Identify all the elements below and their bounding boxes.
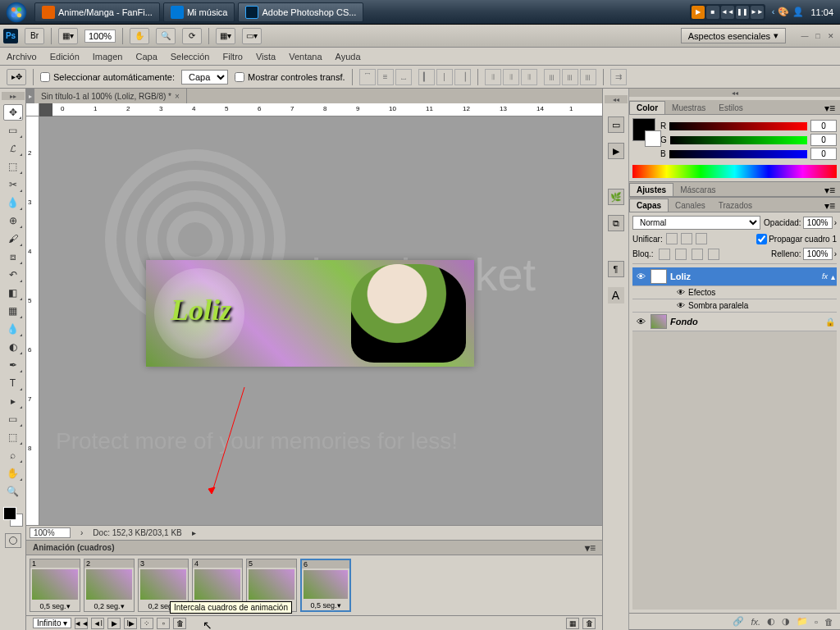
align-hcenter-icon[interactable]: | [436, 69, 453, 85]
tab-adjustments[interactable]: Ajustes [629, 183, 673, 196]
chevron-right-icon[interactable]: ▸ [192, 528, 196, 537]
arrange-documents-button[interactable]: ▦▾ [216, 28, 235, 44]
menu-imagen[interactable]: Imagen [93, 52, 123, 62]
canvas[interactable]: photobucket Loliz Protect more of your m… [39, 116, 602, 525]
eraser-tool[interactable]: ◧ [3, 285, 23, 301]
tray-msn-icon[interactable]: 👤 [792, 7, 804, 17]
chevron-right-icon[interactable]: › [834, 218, 837, 227]
propagate-checkbox[interactable]: Propagar cuadro 1 [756, 234, 837, 244]
document-tab[interactable]: Sin título-1 al 100% (Loliz, RGB/8) *× [34, 89, 187, 103]
tab-styles[interactable]: Estilos [712, 102, 749, 114]
menu-archivo[interactable]: Archivo [7, 52, 37, 62]
panels-collapse[interactable]: ◂◂ [629, 89, 840, 97]
tab-masks[interactable]: Máscaras [673, 184, 722, 196]
layer-fx-icon[interactable]: fx. [751, 617, 760, 627]
tab-paths[interactable]: Trazados [712, 199, 759, 212]
new-layer-icon[interactable]: ▫ [815, 617, 818, 627]
move-tool-preset[interactable]: ▸✥ [7, 69, 26, 85]
menu-ventana[interactable]: Ventana [289, 52, 322, 62]
show-transform-checkbox[interactable]: Mostrar controles transf. [235, 72, 345, 82]
blue-value[interactable]: 0 [810, 148, 837, 160]
healing-tool[interactable]: ⊕ [3, 212, 23, 229]
zoom-tool-button[interactable]: 🔍 [156, 28, 176, 44]
opacity-input[interactable]: 100% [803, 217, 833, 229]
bridge-button[interactable]: Br [25, 28, 44, 44]
align-right-icon[interactable]: ▕ [454, 69, 471, 85]
actions-panel-icon[interactable]: ▶ [608, 143, 624, 159]
next-frame-button[interactable]: l▶ [124, 618, 137, 629]
layer-thumbnail[interactable]: T [651, 269, 667, 284]
screen-mode-button[interactable]: ▭▾ [242, 28, 262, 44]
auto-select-checkbox[interactable]: Seleccionar automáticamente: [40, 72, 175, 82]
auto-select-mode-dropdown[interactable]: Capa [181, 70, 228, 84]
tween-button[interactable]: ⁘ [140, 618, 153, 629]
ruler-vertical[interactable]: 2345678 [26, 116, 39, 525]
red-slider[interactable] [669, 122, 807, 130]
character-panel-icon[interactable]: A [608, 287, 624, 304]
blend-mode-dropdown[interactable]: Normal [632, 216, 760, 230]
layer-row[interactable]: 👁 T Loliz fx ▴ [632, 267, 837, 286]
tab-swatches[interactable]: Muestras [665, 102, 712, 114]
brush-tool[interactable]: 🖌 [3, 231, 23, 247]
zoom-dropdown[interactable]: 100% [84, 30, 116, 43]
tab-layers[interactable]: Capas [629, 199, 669, 212]
tray-chevron-icon[interactable]: ‹ [772, 7, 775, 17]
layer-mask-icon[interactable]: ◐ [767, 616, 775, 627]
status-zoom[interactable]: 100% [30, 527, 71, 538]
pen-tool[interactable]: ✒ [3, 357, 23, 373]
media-prev-icon[interactable]: ◄◄ [721, 6, 734, 19]
align-top-icon[interactable]: ⎴ [359, 69, 376, 85]
animation-frame-selected[interactable]: 60,5 seg.▾ [300, 559, 351, 612]
unify-style-icon[interactable] [696, 233, 707, 244]
align-bottom-icon[interactable]: ⎵ [395, 69, 412, 85]
first-frame-button[interactable]: ◄◄ [75, 618, 88, 629]
tab-channels[interactable]: Canales [669, 199, 712, 212]
color-swatches[interactable] [3, 507, 23, 527]
distribute-bottom-icon[interactable]: ⫴ [521, 69, 537, 85]
path-select-tool[interactable]: ▸ [3, 393, 23, 409]
delete-layer-icon[interactable]: 🗑 [824, 617, 833, 627]
chevron-right-icon[interactable]: › [834, 249, 837, 258]
lock-transparent-icon[interactable] [659, 249, 670, 260]
dodge-tool[interactable]: ◐ [3, 339, 23, 355]
distribute-hcenter-icon[interactable]: ⫼ [562, 69, 578, 85]
taskbar-item-firefox[interactable]: Anime/Manga - FanFi... [34, 2, 160, 22]
ruler-horizontal[interactable]: 012345678910111213141 [52, 103, 602, 116]
workspace-switcher[interactable]: Aspectos esenciales▾ [681, 28, 786, 43]
lock-pixels-icon[interactable] [675, 249, 687, 260]
auto-align-icon[interactable]: ⇉ [610, 69, 627, 85]
red-value[interactable]: 0 [810, 120, 837, 132]
close-button[interactable]: ✕ [825, 30, 837, 42]
close-tab-icon[interactable]: × [175, 92, 180, 101]
panel-menu-icon[interactable]: ▾≡ [819, 103, 840, 114]
brush-panel-icon[interactable]: 🌿 [608, 189, 624, 205]
panel-menu-icon[interactable]: ▾≡ [819, 185, 840, 196]
tools-expand[interactable]: ▸▸ [2, 92, 25, 100]
history-panel-icon[interactable]: ▭ [608, 116, 624, 133]
view-extras-button[interactable]: ▦▾ [58, 28, 78, 44]
play-button[interactable]: ▶ [107, 618, 121, 629]
type-tool[interactable]: T [3, 375, 23, 391]
prev-frame-button[interactable]: ◄l [91, 618, 104, 629]
lasso-tool[interactable]: 𝓛 [3, 140, 23, 157]
distribute-vcenter-icon[interactable]: ⫴ [503, 69, 519, 85]
loop-dropdown[interactable]: Infinito ▾ [33, 618, 71, 628]
lock-all-icon[interactable] [708, 249, 719, 260]
animation-frame[interactable]: 20,2 seg.▾ [84, 559, 135, 612]
lock-position-icon[interactable] [692, 249, 703, 260]
menu-edicion[interactable]: Edición [50, 52, 80, 62]
layer-thumbnail[interactable] [651, 314, 667, 329]
rotate-view-button[interactable]: ⟳ [182, 28, 202, 44]
start-button[interactable] [0, 0, 33, 25]
taskbar-item-photoshop[interactable]: Adobe Photoshop CS... [238, 2, 363, 22]
new-frame-button[interactable]: ▫ [157, 618, 170, 629]
distribute-right-icon[interactable]: ⫼ [580, 69, 596, 85]
tray-paint-icon[interactable]: 🎨 [778, 7, 789, 17]
align-vcenter-icon[interactable]: ≡ [377, 69, 394, 85]
green-slider[interactable] [670, 136, 807, 144]
menu-vista[interactable]: Vista [256, 52, 276, 62]
adjustment-layer-icon[interactable]: ◑ [782, 616, 790, 627]
hand-tool-button[interactable]: ✋ [130, 28, 149, 44]
zoom-tool[interactable]: 🔍 [3, 483, 23, 500]
clone-panel-icon[interactable]: ⧉ [608, 215, 624, 231]
